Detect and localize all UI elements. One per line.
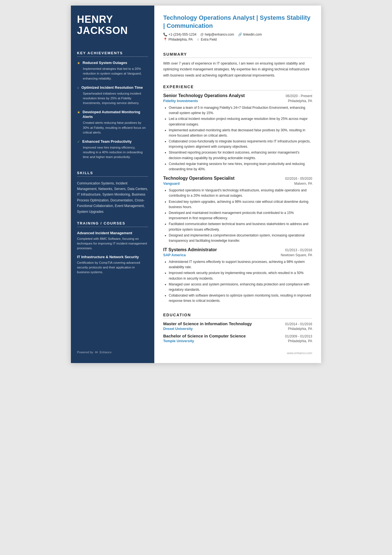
achievement-desc: Implemented strategies that led to a 20%… (83, 66, 148, 81)
main-footer: www.enhancv.com (163, 346, 312, 355)
bullet-item: Oversaw a team of 5 in managing Fidelity… (169, 105, 312, 116)
achievement-item: ✓ Enhanced Team Productivity Improved ne… (77, 139, 148, 160)
achievement-desc: Created alerts reducing false positives … (83, 120, 148, 135)
achievement-title: Enhanced Team Productivity (82, 139, 132, 144)
bullet-item: Implemented automated monitoring alerts … (169, 128, 312, 138)
skills-section-title: SKILLS (77, 171, 148, 177)
exp-dates: 06/2020 - Present (286, 94, 312, 98)
bullet-item: Led a critical incident resolution proje… (169, 116, 312, 127)
brand-name: Enhancv (100, 351, 112, 354)
edu-location: Philadelphia, PA (288, 327, 312, 331)
phone-icon: 📞 (163, 33, 167, 36)
location-icon: 📍 (163, 38, 167, 41)
summary-section-title: SUMMARY (163, 52, 312, 58)
training-item: IT Infrastructure & Network Security Cer… (77, 255, 148, 275)
extra-text: Extra Field (201, 38, 217, 41)
experience-item: IT Systems Administrator 01/2013 - 01/20… (163, 247, 312, 308)
bullet-item: Managed user access and system permissio… (169, 282, 312, 292)
enhancv-logo: ∞ (95, 350, 98, 355)
check-icon: ✓ (77, 140, 80, 144)
powered-by-label: Powered by (77, 351, 93, 354)
bullet-item: Developed and maintained incident manage… (169, 210, 312, 221)
bullet-item: Facilitated communication between techni… (169, 221, 312, 232)
edu-degree: Bachelor of Science in Computer Science (163, 334, 246, 338)
edu-school: Temple University (163, 339, 194, 343)
phone-contact: 📞 +1-(234)-555-1234 (163, 33, 196, 36)
edu-dates: 01/2014 - 01/2016 (285, 322, 312, 326)
education-section-title: EDUCATION (163, 313, 312, 319)
exp-location: Philadelphia, PA (288, 99, 312, 103)
email-icon: @ (200, 33, 204, 36)
linkedin-icon: 🔗 (238, 33, 242, 36)
achievement-item: ○ Optimized Incident Resolution Time Spe… (77, 85, 148, 106)
bullet-item: Collaborated with software developers to… (169, 293, 312, 304)
star-icon: ★ (77, 110, 80, 114)
exp-bullets: Supported operations in Vanguard's techn… (163, 188, 312, 243)
achievement-item: ★ Reduced System Outages Implemented str… (77, 61, 148, 81)
experience-item: Technology Operations Specialist 02/2016… (163, 176, 312, 247)
bullet-item: Administered IT systems effectively to s… (169, 259, 312, 270)
bullet-item: Supported operations in Vanguard's techn… (169, 188, 312, 198)
edu-location: Philadelphia, PA (288, 339, 312, 343)
education-item: Master of Science in Information Technol… (163, 321, 312, 334)
training-title: Advanced Incident Management (77, 231, 148, 236)
linkedin-contact: 🔗 linkedin.com (238, 33, 262, 36)
achievement-title: Reduced System Outages (83, 61, 127, 65)
achievement-desc: Improved new hire training efficiency, r… (83, 145, 148, 160)
email-contact: @ help@enhancv.com (200, 33, 234, 36)
experience-section-title: EXPERIENCE (163, 85, 312, 90)
training-list: Advanced Incident Management Completed w… (77, 231, 148, 278)
exp-title: Senior Technology Operations Analyst (163, 93, 245, 98)
exp-company: Vanguard (163, 181, 180, 186)
exp-title: Technology Operations Specialist (163, 176, 235, 181)
bullet-item: Improved network security posture by imp… (169, 270, 312, 281)
exp-company: Fidelity Investments (163, 99, 198, 103)
edu-degree: Master of Science in Information Technol… (163, 321, 252, 326)
education-item: Bachelor of Science in Computer Science … (163, 334, 312, 346)
achievements-list: ★ Reduced System Outages Implemented str… (77, 61, 148, 164)
achievement-desc: Spearheaded initiatives reducing inciden… (83, 91, 148, 106)
achievement-item: ★ Developed Automated Monitoring Alerts … (77, 110, 148, 135)
sidebar-footer: Powered by ∞ Enhancv (77, 341, 148, 355)
exp-company: SAP America (163, 253, 186, 257)
resume-wrapper: HENRY JACKSON KEY ACHIEVEMENTS ★ Reduced… (71, 6, 321, 363)
edu-dates: 01/2009 - 01/2013 (285, 334, 312, 338)
training-item: Advanced Incident Management Completed w… (77, 231, 148, 251)
exp-bullets: Oversaw a team of 5 in managing Fidelity… (163, 105, 312, 172)
bullet-item: Conducted regular training sessions for … (169, 161, 312, 172)
training-desc: Completed with BMC Software, focusing on… (77, 236, 148, 251)
training-section-title: TRAINING / COURSES (77, 221, 148, 227)
exp-dates: 01/2013 - 01/2016 (285, 248, 312, 252)
achievement-title: Developed Automated Monitoring Alerts (83, 110, 148, 119)
extra-contact: ☆ Extra Field (197, 38, 217, 41)
linkedin-text: linkedin.com (243, 33, 262, 36)
exp-location: Newtown Square, PA (281, 253, 312, 257)
location-text: Philadelphia, PA (168, 38, 193, 41)
phone-text: +1-(234)-555-1234 (168, 33, 196, 36)
candidate-name: HENRY JACKSON (77, 14, 148, 36)
star-icon: ★ (77, 61, 80, 65)
edu-school: Drexel University (163, 327, 193, 331)
achievement-title: Optimized Incident Resolution Time (81, 85, 143, 90)
job-title: Technology Operations Analyst | Systems … (163, 14, 312, 30)
exp-title: IT Systems Administrator (163, 247, 217, 252)
location-contact: 📍 Philadelphia, PA (163, 38, 193, 41)
sidebar: HENRY JACKSON KEY ACHIEVEMENTS ★ Reduced… (71, 6, 154, 363)
bullet-item: Designed and implemented a comprehensive… (169, 233, 312, 243)
exp-location: Malvern, PA (294, 182, 312, 186)
circle-icon: ○ (77, 86, 79, 90)
contact-row2: 📍 Philadelphia, PA ☆ Extra Field (163, 38, 312, 41)
star-contact-icon: ☆ (197, 38, 200, 41)
bullet-item: Collaborated cross-functionally to integ… (169, 139, 312, 149)
skills-text: Communication Systems, Incident Manageme… (77, 181, 148, 214)
bullet-item: Executed key system upgrades, achieving … (169, 199, 312, 210)
email-text: help@enhancv.com (205, 33, 234, 36)
achievements-section-title: KEY ACHIEVEMENTS (77, 51, 148, 57)
training-desc: Certification by CompTIA covering advanc… (77, 260, 148, 275)
bullet-item: Streamlined reporting processes for inci… (169, 150, 312, 161)
contact-row: 📞 +1-(234)-555-1234 @ help@enhancv.com 🔗… (163, 33, 312, 36)
summary-text: With over 7 years of experience in IT op… (163, 61, 312, 78)
exp-bullets: Administered IT systems effectively to s… (163, 259, 312, 304)
experience-item: Senior Technology Operations Analyst 06/… (163, 93, 312, 176)
main-content: Technology Operations Analyst | Systems … (154, 6, 321, 363)
